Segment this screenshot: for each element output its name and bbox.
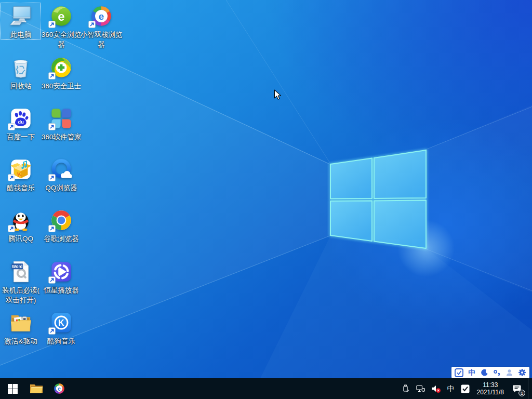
shortcut-arrow-icon (8, 174, 15, 181)
icon-label: 谷歌浏览器 (38, 234, 84, 244)
taskbar: e 中 11:33 2021/11/8 1 (0, 378, 532, 399)
clock-date: 2021/11/8 (477, 389, 504, 396)
svg-text:Word: Word (12, 264, 23, 269)
icon-label: 回收站 (0, 81, 44, 91)
ime-logo-icon[interactable] (455, 367, 463, 378)
desktop-icon-360-manager[interactable]: 360软件管家 (41, 105, 82, 142)
chrome-icon (49, 208, 73, 232)
kugou-music-icon: K (49, 311, 73, 335)
360-manager-icon (49, 107, 73, 130)
desktop-icon-tencent-qq[interactable]: 腾讯QQ (1, 207, 41, 244)
star-player-icon (49, 260, 73, 284)
taskbar-xiaozhi-browser-button[interactable]: e (48, 378, 71, 399)
shortcut-arrow-icon (48, 21, 56, 28)
desktop-icon-activate-drivers[interactable]: 激活&驱动 (1, 309, 41, 347)
icon-label: 此电脑 (0, 30, 44, 39)
desktop-icon-star-player[interactable]: 恒星播放器 (41, 258, 82, 296)
desktop[interactable]: 此电脑 e 360安全浏览器 (0, 0, 532, 378)
svg-text:K: K (58, 318, 64, 327)
tencent-qq-icon (9, 208, 33, 232)
360-browser-icon: e (49, 4, 73, 28)
file-explorer-icon (30, 383, 43, 394)
svg-text:e: e (58, 386, 61, 392)
start-button[interactable] (0, 378, 25, 399)
tray-network-icon[interactable] (413, 378, 428, 399)
settings-gear-icon[interactable] (518, 367, 526, 378)
icon-label: 360安全卫士 (38, 81, 84, 91)
shortcut-arrow-icon (48, 327, 56, 335)
notification-badge: 1 (518, 390, 525, 396)
qq-browser-icon (49, 157, 73, 181)
desktop-icon-xiaozhi-browser[interactable]: e 小智双核浏览器 (81, 3, 122, 50)
desktop-icon-qq-browser[interactable]: QQ浏览器 (41, 156, 82, 193)
show-desktop-button[interactable] (528, 378, 532, 399)
shortcut-arrow-icon (88, 21, 96, 28)
icon-label: 酷我音乐 (0, 183, 44, 193)
icon-label: 百度一下 (0, 132, 44, 142)
folder-icon (9, 311, 33, 335)
ime-chinese-mode-button[interactable]: 中 (468, 367, 476, 378)
svg-text:du: du (18, 119, 24, 125)
desktop-icon-kugou[interactable]: K 酷狗音乐 (41, 309, 82, 347)
shortcut-arrow-icon (48, 123, 56, 130)
punctuation-icon[interactable] (493, 367, 501, 378)
svg-text:e: e (58, 9, 64, 23)
baidu-icon: du (9, 107, 33, 130)
desktop-icon-baidu[interactable]: du 百度一下 (1, 105, 41, 142)
tray-ime-indicator[interactable]: 中 (444, 378, 458, 399)
360-safe-icon (49, 56, 73, 79)
desktop-icon-readme[interactable]: Word 装机后必读(双击打开) (1, 258, 41, 305)
desktop-icon-360-browser[interactable]: e 360安全浏览器 (41, 3, 82, 50)
desktop-icon-kuwo[interactable]: K 酷我音乐 (1, 156, 41, 193)
tray-volume-muted-icon[interactable] (428, 378, 444, 399)
shortcut-arrow-icon (48, 174, 56, 181)
taskbar-clock[interactable]: 11:33 2021/11/8 (472, 381, 509, 396)
xiaozhi-browser-icon: e (53, 382, 65, 395)
icon-label: QQ浏览器 (38, 183, 84, 193)
word-document-icon: Word (9, 260, 33, 284)
desktop-icon-chrome[interactable]: 谷歌浏览器 (41, 207, 82, 244)
xiaozhi-browser-icon: e (89, 4, 113, 28)
this-pc-icon (9, 4, 33, 28)
icon-label: 酷狗音乐 (38, 336, 84, 346)
account-icon[interactable] (506, 367, 514, 378)
night-mode-icon[interactable] (480, 367, 488, 378)
tray-360-safety-icon[interactable] (458, 378, 472, 399)
kuwo-music-icon: K (9, 157, 33, 181)
desktop-icon-recycle-bin[interactable]: 回收站 (1, 54, 41, 91)
screen: 此电脑 e 360安全浏览器 (0, 0, 532, 399)
icon-label: 小智双核浏览器 (78, 30, 124, 49)
shortcut-arrow-icon (48, 276, 56, 284)
action-center-button[interactable]: 1 (509, 378, 528, 399)
recycle-bin-icon (9, 56, 33, 79)
tray-usb-icon[interactable] (398, 378, 413, 399)
icon-label: 恒星播放器 (38, 285, 84, 295)
shortcut-arrow-icon (8, 123, 15, 130)
system-tray: 中 11:33 2021/11/8 1 (398, 378, 532, 399)
shortcut-arrow-icon (48, 72, 56, 79)
desktop-icon-this-pc[interactable]: 此电脑 (1, 3, 41, 40)
taskbar-file-explorer-button[interactable] (25, 378, 48, 399)
windows-start-icon (8, 384, 18, 394)
shortcut-arrow-icon (8, 225, 15, 232)
svg-text:e: e (99, 11, 104, 22)
shortcut-arrow-icon (48, 225, 56, 232)
desktop-icon-360-safe[interactable]: 360安全卫士 (41, 54, 82, 91)
mouse-cursor (274, 89, 282, 100)
ime-toolbar: 中 (451, 367, 529, 378)
icon-label: 360软件管家 (38, 132, 84, 142)
icon-label: 360安全浏览器 (38, 30, 84, 49)
clock-time: 11:33 (477, 381, 504, 389)
icon-label: 激活&驱动 (0, 336, 44, 346)
icon-label: 腾讯QQ (0, 234, 44, 244)
icon-label: 装机后必读(双击打开) (0, 285, 44, 305)
